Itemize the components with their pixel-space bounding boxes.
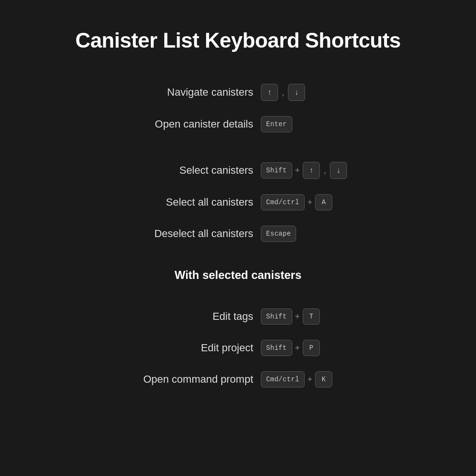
key-cmd-ctrl-select-all: Cmd/ctrl [261,194,305,210]
keys-deselect-all: Escape [261,226,356,242]
keys-command-prompt: Cmd/ctrl + K [261,371,356,387]
keys-edit-project: Shift + P [261,340,356,356]
shortcut-group-navigation: Navigate canisters ↑ , ↓ Open canister d… [71,76,405,140]
key-k: K [315,371,332,387]
shortcut-row-navigate: Navigate canisters ↑ , ↓ [71,76,405,109]
plus-sign: + [295,166,300,176]
separator-select: , [323,166,327,176]
shortcut-row-edit-project: Edit project Shift + P [71,332,405,364]
keys-open-details: Enter [261,116,356,132]
separator: , [281,88,285,98]
shortcut-label-deselect-all: Deselect all canisters [120,228,253,240]
key-down-arrow: ↓ [288,84,305,101]
shortcut-label-navigate: Navigate canisters [120,86,253,99]
plus-sign-edit-tags: + [295,312,300,322]
plus-sign-command-prompt: + [307,375,313,385]
shortcut-group-with-selected: Edit tags Shift + T Edit project Shift +… [71,301,405,395]
key-enter: Enter [261,116,292,132]
shortcut-row-edit-tags: Edit tags Shift + T [71,301,405,332]
plus-sign-select-all: + [307,198,313,208]
shortcut-label-edit-tags: Edit tags [120,310,253,323]
keys-select-all: Cmd/ctrl + A [261,194,356,210]
shortcut-row-command-prompt: Open command prompt Cmd/ctrl + K [71,364,405,395]
key-shift-edit-tags: Shift [261,308,292,325]
shortcuts-container: Navigate canisters ↑ , ↓ Open canister d… [71,76,405,409]
key-up-arrow-select: ↑ [303,162,320,179]
keys-navigate: ↑ , ↓ [261,84,356,101]
section-divider: With selected canisters [71,268,405,291]
section-heading: With selected canisters [71,268,405,282]
shortcut-label-select-all: Select all canisters [120,196,253,208]
key-escape: Escape [261,226,296,242]
shortcut-label-open-details: Open canister details [120,118,253,130]
keys-select-canisters: Shift + ↑ , ↓ [261,162,356,179]
key-up-arrow: ↑ [261,84,278,101]
keys-edit-tags: Shift + T [261,308,356,325]
shortcut-row-select-canisters: Select canisters Shift + ↑ , ↓ [71,154,405,187]
key-cmd-ctrl-command-prompt: Cmd/ctrl [261,371,305,387]
shortcut-label-command-prompt: Open command prompt [120,373,253,386]
key-p: P [303,340,320,356]
shortcut-label-select-canisters: Select canisters [120,164,253,177]
shortcut-label-edit-project: Edit project [120,342,253,354]
shortcut-group-select: Select canisters Shift + ↑ , ↓ Select al… [71,154,405,249]
key-shift-edit-project: Shift [261,340,292,356]
plus-sign-edit-project: + [295,343,300,353]
shortcut-row-select-all: Select all canisters Cmd/ctrl + A [71,187,405,218]
key-shift-select: Shift [261,162,292,178]
page-title: Canister List Keyboard Shortcuts [75,29,400,52]
shortcut-row-open-details: Open canister details Enter [71,109,405,140]
key-down-arrow-select: ↓ [330,162,347,179]
key-t: T [303,308,320,325]
key-a: A [315,194,332,210]
shortcut-row-deselect-all: Deselect all canisters Escape [71,218,405,249]
